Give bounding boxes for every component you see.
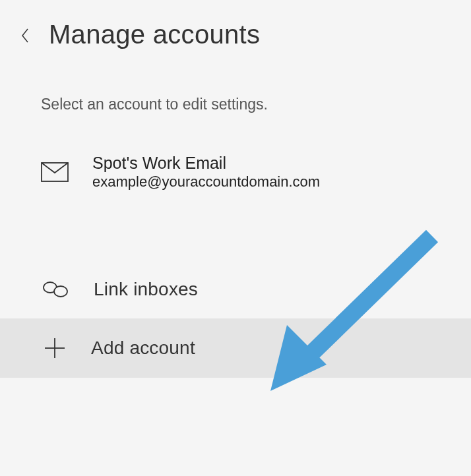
envelope-icon [41, 162, 69, 182]
account-text: Spot's Work Email example@youraccountdom… [92, 154, 320, 191]
header: Manage accounts [20, 20, 451, 49]
add-account-item[interactable]: Add account [0, 318, 471, 378]
add-account-label: Add account [91, 338, 195, 359]
link-icon [41, 280, 70, 299]
back-button[interactable] [20, 21, 30, 48]
account-email: example@youraccountdomain.com [92, 173, 320, 191]
link-inboxes-label: Link inboxes [94, 279, 198, 300]
subtitle-text: Select an account to edit settings. [41, 96, 451, 113]
link-inboxes-item[interactable]: Link inboxes [0, 260, 471, 318]
page-title: Manage accounts [49, 20, 260, 49]
account-name: Spot's Work Email [92, 154, 320, 173]
account-item[interactable]: Spot's Work Email example@youraccountdom… [41, 150, 451, 194]
plus-icon [44, 337, 66, 359]
svg-point-2 [54, 286, 67, 297]
